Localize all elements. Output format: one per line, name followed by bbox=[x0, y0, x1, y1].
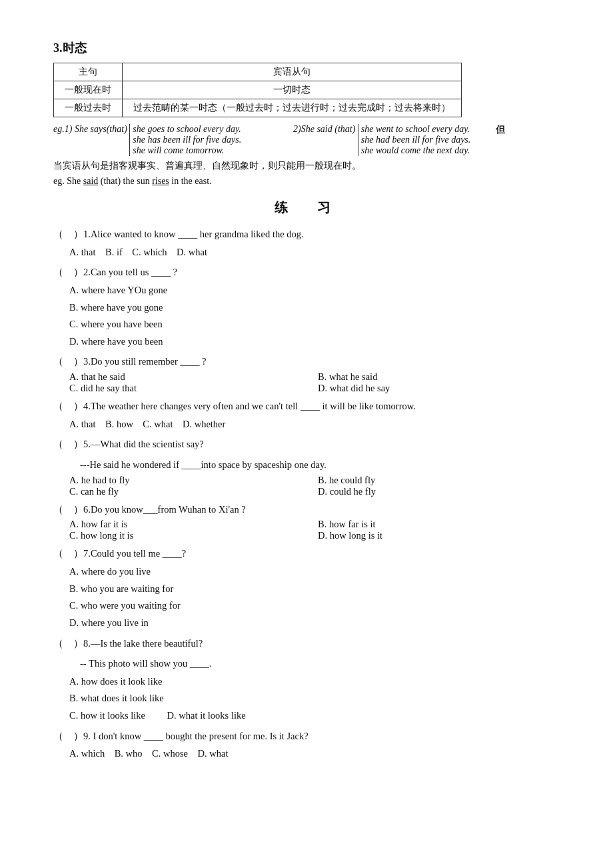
grammar-table: 主句 宾语从句 一般现在时 一切时态 一般过去时 过去范畴的某一时态（一般过去时… bbox=[53, 63, 462, 117]
q5-option-a: A. he had to fly bbox=[69, 475, 311, 486]
q9-text: （ ）9. I don't know ____ bought the prese… bbox=[53, 728, 560, 745]
q8-sub: -- This photo will show you ____. bbox=[80, 655, 560, 672]
question-1: （ ）1.Alice wanted to know ____ her grand… bbox=[53, 226, 560, 260]
example-2-line3: she would come the next day. bbox=[361, 145, 470, 156]
table-header-subject: 主句 bbox=[54, 63, 123, 81]
q8-option-a: A. how does it look like bbox=[69, 673, 560, 690]
example-2-line2: she had been ill for five days. bbox=[361, 135, 470, 145]
q3-option-b: B. what he said bbox=[318, 371, 560, 383]
q6-option-c: C. how long it is bbox=[69, 530, 311, 541]
example-1-line2: she has been ill for five days. bbox=[133, 135, 241, 145]
q3-option-d: D. what did he say bbox=[318, 383, 560, 394]
q6-option-d: D. how long is it bbox=[318, 530, 560, 541]
question-7: （ ）7.Could you tell me ____? A. where do… bbox=[53, 545, 560, 631]
q7-option-c: C. who were you waiting for bbox=[69, 597, 560, 614]
note-text: 当宾语从句是指客观事实、普遍真理、自然现象时，则只能用一般现在时。 bbox=[53, 160, 560, 172]
q5-option-d: D. could he fly bbox=[318, 486, 560, 497]
q6-option-b: B. how far is it bbox=[318, 519, 560, 530]
q2-option-d: D. where have you been bbox=[69, 333, 560, 350]
q2-options: A. where have YOu gone B. where have you… bbox=[69, 282, 560, 350]
question-5: （ ）5.—What did the scientist say? ---He … bbox=[53, 436, 560, 497]
q7-option-a: A. where do you live bbox=[69, 563, 560, 580]
example-1-brace: she goes to school every day. she has be… bbox=[129, 124, 241, 156]
q3-option-c: C. did he say that bbox=[69, 383, 311, 394]
example-2-right: 2)She said (that) she went to school eve… bbox=[293, 124, 493, 156]
q3-option-a: A. that he said bbox=[69, 371, 311, 383]
question-2: （ ）2.Can you tell us ____ ? A. where hav… bbox=[53, 264, 560, 349]
eg2-suffix: 但 bbox=[496, 124, 505, 136]
q2-option-a: A. where have YOu gone bbox=[69, 282, 560, 299]
q8-option-b: B. what does it look like bbox=[69, 690, 560, 707]
example-2-prefix: 2)She said (that) bbox=[293, 124, 355, 134]
q7-text: （ ）7.Could you tell me ____? bbox=[53, 545, 560, 562]
q5-options: A. he had to fly B. he could fly C. can … bbox=[69, 475, 560, 497]
q2-option-c: C. where you have been bbox=[69, 316, 560, 333]
example-1-line1: she goes to school every day. bbox=[133, 124, 241, 135]
q4-options: A. that B. how C. what D. whether bbox=[69, 416, 560, 433]
q3-options: A. that he said B. what he said C. did h… bbox=[69, 371, 560, 394]
example-1-prefix: eg.1) She says(that) bbox=[53, 124, 127, 134]
question-8: （ ）8.—Is the lake there beautiful? -- Th… bbox=[53, 635, 560, 724]
example-1-left: eg.1) She says(that) she goes to school … bbox=[53, 124, 280, 156]
q5-option-b: B. he could fly bbox=[318, 475, 560, 486]
q3-text: （ ）3.Do you still remember ____ ? bbox=[53, 353, 560, 370]
q2-text: （ ）2.Can you tell us ____ ? bbox=[53, 264, 560, 281]
q6-text: （ ）6.Do you know___from Wuhan to Xi'an ? bbox=[53, 501, 560, 518]
q1-options: A. that B. if C. which D. what bbox=[69, 244, 560, 261]
eg-note: eg. She said (that) the sun rises in the… bbox=[53, 176, 560, 187]
table-row-past-value: 过去范畴的某一时态（一般过去时；过去进行时；过去完成时；过去将来时） bbox=[123, 99, 462, 117]
q5-option-c: C. can he fly bbox=[69, 486, 311, 497]
section-heading: 3.时态 bbox=[53, 40, 560, 56]
table-row-past: 一般过去时 bbox=[54, 99, 123, 117]
q5-text: （ ）5.—What did the scientist say? bbox=[53, 436, 560, 453]
q2-option-b: B. where have you gone bbox=[69, 299, 560, 316]
question-3: （ ）3.Do you still remember ____ ? A. tha… bbox=[53, 353, 560, 394]
q7-option-b: B. who you are waiting for bbox=[69, 581, 560, 597]
q7-options: A. where do you live B. who you are wait… bbox=[69, 563, 560, 631]
example-1-line3: she will come tomorrow. bbox=[133, 145, 241, 156]
question-4: （ ）4.The weather here changes very often… bbox=[53, 398, 560, 432]
q1-text: （ ）1.Alice wanted to know ____ her grand… bbox=[53, 226, 560, 243]
q8-option-cd: C. how it looks like D. what it looks li… bbox=[69, 707, 560, 724]
q9-options: A. which B. who C. whose D. what bbox=[69, 745, 560, 762]
eg-rises: rises bbox=[152, 176, 169, 186]
question-6: （ ）6.Do you know___from Wuhan to Xi'an ?… bbox=[53, 501, 560, 542]
table-header-object-clause: 宾语从句 bbox=[123, 63, 462, 81]
example-1-block: eg.1) She says(that) she goes to school … bbox=[53, 124, 560, 156]
example-2-brace: she went to school every day. she had be… bbox=[358, 124, 470, 156]
q5-sub: ---He said he wondered if ____into space… bbox=[80, 457, 560, 473]
section-title: 练 习 bbox=[53, 199, 560, 217]
q6-option-a: A. how far it is bbox=[69, 519, 311, 530]
eg-said: said bbox=[83, 176, 99, 186]
q8-text: （ ）8.—Is the lake there beautiful? bbox=[53, 635, 560, 652]
example-2-line1: she went to school every day. bbox=[361, 124, 470, 135]
table-row-present-value: 一切时态 bbox=[123, 81, 462, 99]
table-row-present: 一般现在时 bbox=[54, 81, 123, 99]
q8-options: A. how does it look like B. what does it… bbox=[69, 673, 560, 724]
q4-text: （ ）4.The weather here changes very often… bbox=[53, 398, 560, 415]
question-9: （ ）9. I don't know ____ bought the prese… bbox=[53, 728, 560, 762]
q6-options: A. how far it is B. how far is it C. how… bbox=[69, 519, 560, 541]
q7-option-d: D. where you live in bbox=[69, 615, 560, 631]
